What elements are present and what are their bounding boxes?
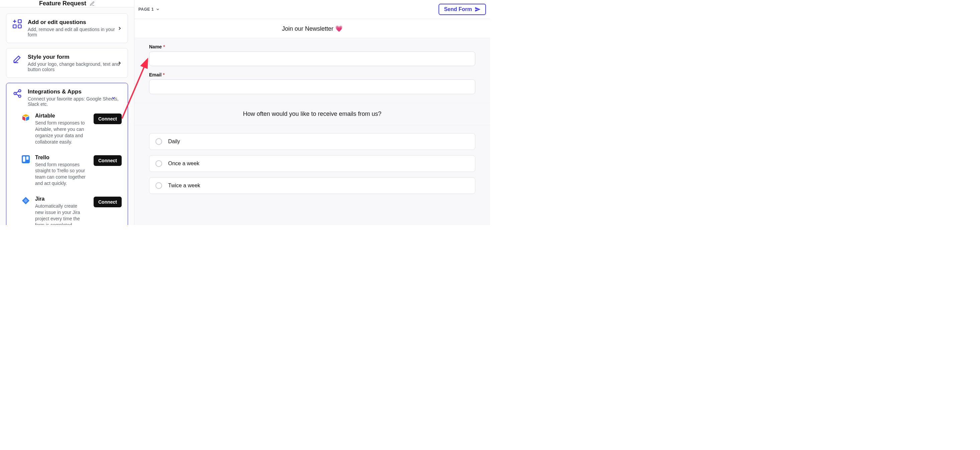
form-fields-section: Name * Email *	[134, 38, 490, 103]
svg-point-8	[19, 95, 21, 97]
option-once-a-week[interactable]: Once a week	[149, 155, 475, 172]
send-icon	[475, 6, 480, 12]
form-title: Feature Request	[39, 0, 86, 7]
form-preview-title: Join our Newsletter 💗	[134, 19, 490, 38]
card-title: Integrations & Apps	[28, 89, 122, 95]
editor-body: Add or edit questions Add, remove and ed…	[0, 7, 134, 225]
integration-description: Send form responses to Airtable, where y…	[35, 120, 87, 145]
pencil-underline-icon	[13, 54, 22, 64]
card-subtitle: Add your logo, change background, text a…	[28, 62, 122, 72]
integration-airtable: Airtable Send form responses to Airtable…	[22, 113, 122, 145]
svg-rect-4	[18, 25, 21, 28]
card-subtitle: Connect your favorite apps: Google Sheet…	[28, 96, 122, 107]
svg-point-7	[14, 92, 16, 95]
send-button-label: Send Form	[444, 6, 472, 12]
integration-title: Jira	[35, 196, 87, 202]
option-label: Daily	[168, 139, 180, 144]
required-indicator: *	[163, 72, 164, 78]
chevron-down-icon	[156, 7, 160, 11]
integration-description: Automatically create new issue in your J…	[35, 203, 87, 225]
chevron-right-icon	[117, 60, 123, 66]
email-label: Email	[149, 72, 161, 78]
email-input[interactable]	[149, 79, 475, 94]
svg-rect-2	[18, 20, 21, 23]
card-subtitle: Add, remove and edit all questions in yo…	[28, 27, 122, 37]
radio-icon	[156, 138, 162, 145]
integration-jira: Jira Automatically create new issue in y…	[22, 196, 122, 225]
integration-trello: Trello Send form responses straight to T…	[22, 155, 122, 187]
name-input[interactable]	[149, 51, 475, 66]
editor-panel: Feature Request Add or edit questions Ad…	[0, 0, 134, 225]
svg-point-6	[19, 89, 21, 92]
page-label: PAGE 1	[138, 7, 154, 12]
chevron-down-icon	[111, 95, 116, 100]
svg-marker-12	[22, 116, 25, 121]
svg-rect-3	[13, 25, 16, 28]
connect-trello-button[interactable]: Connect	[94, 155, 122, 166]
svg-rect-16	[26, 156, 29, 160]
frequency-options: Daily Once a week Twice a week	[134, 125, 490, 202]
preview-panel: PAGE 1 Send Form Join our Newsletter 💗 N…	[134, 0, 490, 225]
card-title: Add or edit questions	[28, 19, 122, 26]
integration-title: Airtable	[35, 113, 87, 119]
field-name: Name *	[149, 44, 475, 66]
connect-airtable-button[interactable]: Connect	[94, 114, 122, 124]
card-add-edit-questions[interactable]: Add or edit questions Add, remove and ed…	[6, 13, 128, 43]
editor-header: Feature Request	[0, 0, 134, 7]
jira-icon	[22, 196, 30, 204]
svg-line-10	[16, 94, 19, 96]
name-label: Name	[149, 44, 162, 49]
field-email: Email *	[149, 72, 475, 94]
svg-rect-15	[23, 156, 25, 162]
edit-title-icon[interactable]	[89, 1, 95, 6]
integration-title: Trello	[35, 155, 87, 160]
option-twice-a-week[interactable]: Twice a week	[149, 177, 475, 194]
svg-marker-13	[26, 116, 29, 121]
required-indicator: *	[163, 44, 165, 49]
card-style-form[interactable]: Style your form Add your logo, change ba…	[6, 48, 128, 78]
page-selector[interactable]: PAGE 1	[138, 7, 160, 12]
integration-description: Send form responses straight to Trello s…	[35, 162, 87, 187]
svg-line-9	[16, 92, 19, 93]
option-label: Twice a week	[168, 182, 200, 189]
chevron-right-icon	[117, 26, 123, 31]
radio-icon	[156, 160, 162, 167]
send-form-button[interactable]: Send Form	[439, 4, 486, 15]
preview-header: PAGE 1 Send Form	[134, 0, 490, 19]
svg-marker-11	[22, 114, 29, 117]
card-title: Style your form	[28, 54, 122, 60]
preview-body: Join our Newsletter 💗 Name * Email *	[134, 19, 490, 225]
integrations-list: Airtable Send form responses to Airtable…	[13, 113, 122, 225]
grid-plus-icon	[13, 19, 22, 29]
connect-jira-button[interactable]: Connect	[94, 196, 122, 207]
option-daily[interactable]: Daily	[149, 133, 475, 150]
trello-icon	[22, 155, 30, 163]
option-label: Once a week	[168, 160, 199, 166]
share-icon	[13, 89, 22, 98]
frequency-question: How often would you like to receive emai…	[134, 103, 490, 125]
airtable-icon	[22, 114, 30, 122]
card-integrations[interactable]: Integrations & Apps Connect your favorit…	[6, 83, 128, 225]
radio-icon	[156, 182, 162, 189]
